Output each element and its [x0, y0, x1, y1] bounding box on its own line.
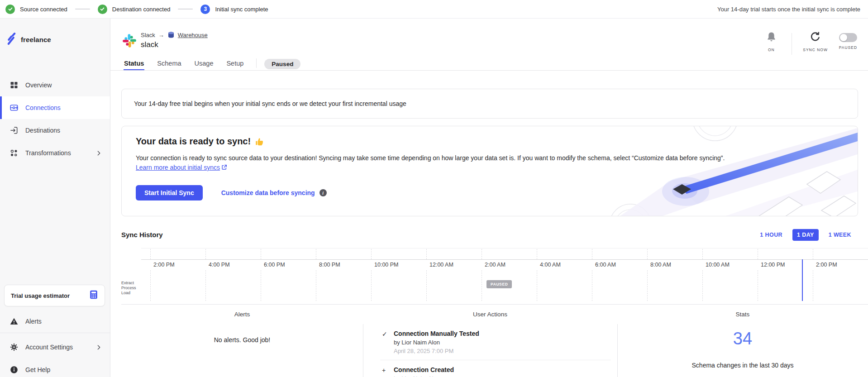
range-1-week-button[interactable]: 1 WEEK [824, 229, 856, 241]
step-initial-sync: 3 Initial sync complete [200, 5, 268, 14]
sidebar-nav: Overview Connections Destinations Transf… [0, 74, 110, 164]
timeline-time-label: 2:00 PM [153, 262, 175, 268]
pause-toggle[interactable]: PAUSED [839, 31, 858, 50]
timeline-time-label: 8:00 PM [319, 262, 340, 268]
controls-divider [792, 33, 792, 55]
timeline-time-label: 12:00 PM [761, 262, 785, 268]
step-destination-connected: Destination connected [98, 5, 171, 14]
user-actions-divider [380, 360, 611, 360]
chevron-right-icon [96, 150, 102, 156]
timeline-gridline [316, 249, 316, 259]
sidebar: freelance Overview Connections Destinati… [0, 19, 110, 377]
stats-panel-title: Stats [617, 311, 868, 318]
lane-label-extract: Extract [121, 281, 136, 286]
notifications-button[interactable]: ON [762, 31, 781, 52]
tab-schema[interactable]: Schema [157, 57, 181, 71]
tab-status[interactable]: Status [124, 57, 144, 71]
sidebar-item-label: Transformations [25, 149, 71, 157]
trial-banner: Your 14-day free trial begins when your … [121, 89, 858, 119]
timeline-gridline [813, 270, 813, 301]
breadcrumb-destination-link[interactable]: Warehouse [178, 32, 208, 38]
current-time-marker [802, 259, 803, 301]
sidebar-item-alerts[interactable]: Alerts [0, 312, 110, 330]
user-actions-title: User Actions [363, 311, 617, 318]
user-action-title: Connection Created [394, 366, 454, 373]
timeline-gridline [537, 249, 537, 259]
timeline-gridline [702, 249, 703, 259]
breadcrumb: Slack → Warehouse [141, 31, 208, 38]
schema-changes-count: 34 [617, 329, 868, 348]
workspace-name: freelance [21, 36, 51, 43]
paused-status-pill: Paused [264, 59, 300, 69]
check-icon [98, 5, 107, 14]
external-link-icon [221, 163, 227, 169]
sidebar-item-get-help[interactable]: Get Help [0, 361, 110, 377]
sidebar-item-connections[interactable]: Connections [0, 96, 110, 119]
user-action-item: ✓ Connection Manually Tested by Lior Nai… [382, 330, 608, 354]
sidebar-item-transformations[interactable]: Transformations [0, 142, 110, 164]
start-initial-sync-button[interactable]: Start Initial Sync [136, 185, 203, 200]
trial-usage-estimator[interactable]: Trial usage estimator [4, 285, 105, 306]
trial-usage-estimator-label: Trial usage estimator [11, 292, 70, 299]
timeline-gridline [426, 249, 427, 259]
timeline-gridline [592, 270, 592, 301]
onboarding-stepper-bar: Source connected Destination connected 3… [0, 0, 868, 19]
timeline-time-label: 2:00 PM [816, 262, 837, 268]
timeline-gridline [813, 249, 813, 259]
sync-history-timeline[interactable]: PAUSED 2:00 PM4:00 PM6:00 PM8:00 PM10:00… [141, 248, 868, 301]
timeline-time-label: 8:00 AM [650, 262, 671, 268]
alerts-panel-title: Alerts [121, 311, 363, 318]
timeline-time-label: 6:00 PM [264, 262, 285, 268]
timeline-time-label: 12:00 AM [429, 262, 453, 268]
step-label: Initial sync complete [215, 6, 268, 13]
trial-banner-text: Your 14-day free trial begins when your … [134, 100, 406, 107]
customize-data-link[interactable]: Customize data before syncing [221, 189, 315, 196]
timeline-time-label: 6:00 AM [595, 262, 616, 268]
timeline-gridline [647, 270, 648, 301]
alert-triangle-icon [10, 317, 19, 326]
sidebar-item-label: Alerts [25, 318, 42, 325]
timeline-gridline [758, 270, 758, 301]
gear-icon [10, 343, 19, 352]
tabs-divider [256, 58, 257, 68]
toggle-switch-icon[interactable] [839, 33, 857, 42]
timeline-axis [141, 259, 868, 260]
timeline-gridline [758, 249, 758, 259]
user-action-date: April 28, 2025 7:00 PM [394, 348, 479, 354]
sidebar-item-label: Destinations [25, 127, 60, 134]
app-root: Source connected Destination connected 3… [0, 0, 868, 377]
sidebar-item-destinations[interactable]: Destinations [0, 119, 110, 142]
slack-logo-icon [122, 33, 137, 48]
sync-icon [810, 31, 821, 44]
ready-to-sync-card: Your data is ready to sync! Your connect… [121, 126, 858, 216]
tab-usage[interactable]: Usage [194, 57, 214, 71]
sync-now-button[interactable]: SYNC NOW [803, 31, 828, 52]
range-1-day-button[interactable]: 1 DAY [792, 229, 819, 241]
thumbs-up-icon [255, 137, 265, 147]
timeline-time-label: 10:00 PM [374, 262, 399, 268]
timeline-time-label: 10:00 AM [706, 262, 730, 268]
range-1-hour-button[interactable]: 1 HOUR [755, 229, 787, 241]
sidebar-item-label: Overview [25, 81, 52, 89]
sync-now-label: SYNC NOW [803, 48, 828, 52]
arrow-right-icon: → [158, 32, 164, 38]
timeline-gridline [482, 249, 482, 259]
learn-more-link[interactable]: Learn more about initial syncs [136, 164, 220, 171]
timeline-gridline [316, 270, 316, 301]
destinations-icon [10, 126, 19, 135]
status-summary-row: Alerts No alerts. Good job! User Actions… [121, 304, 868, 377]
sidebar-item-account-settings[interactable]: Account Settings [0, 338, 110, 356]
timeline-time-label: 4:00 PM [209, 262, 230, 268]
user-action-title: Connection Manually Tested [394, 330, 479, 337]
warehouse-icon [167, 31, 175, 38]
sidebar-item-label: Get Help [25, 366, 50, 373]
tab-setup[interactable]: Setup [226, 57, 244, 71]
notifications-label: ON [768, 48, 775, 52]
sync-history-range-picker: 1 HOUR 1 DAY 1 WEEK [755, 229, 856, 241]
sidebar-item-overview[interactable]: Overview [0, 74, 110, 96]
info-icon[interactable]: i [320, 189, 327, 196]
brand-logo[interactable]: freelance [7, 32, 51, 47]
step-label: Source connected [20, 6, 67, 13]
user-action-author: by Lior Naim Alon [394, 375, 454, 377]
user-actions-panel: User Actions ✓ Connection Manually Teste… [363, 305, 617, 377]
